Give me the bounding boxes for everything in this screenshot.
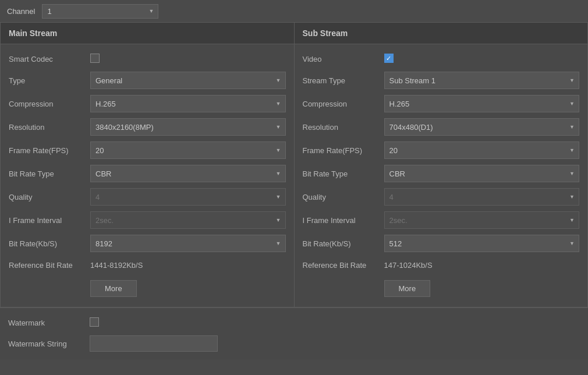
- main-compression-select-wrapper[interactable]: H.265 H.264: [90, 95, 286, 112]
- channel-label: Channel: [7, 7, 35, 16]
- stream-type-label: Stream Type: [303, 76, 384, 85]
- video-label: Video: [303, 55, 384, 63]
- stream-type-select[interactable]: Sub Stream 1 Sub Stream 2: [384, 72, 580, 89]
- sub-resolution-value: 704x480(D1) 352x240 640x480: [384, 118, 580, 136]
- sub-quality-row: Quality 4: [295, 185, 588, 208]
- main-i-frame-select-wrapper[interactable]: 2sec.: [90, 211, 286, 229]
- sub-bit-rate-type-label: Bit Rate Type: [303, 169, 384, 178]
- main-quality-value: 4: [90, 188, 286, 206]
- main-bit-rate-label: Bit Rate(Kb/S): [9, 239, 90, 248]
- sub-frame-rate-value: 20 15 10 5: [384, 141, 580, 159]
- smart-codec-row: Smart Codec: [1, 49, 294, 69]
- main-bit-rate-type-select-wrapper[interactable]: CBR VBR: [90, 165, 286, 182]
- sub-frame-rate-select[interactable]: 20 15 10 5: [384, 141, 580, 159]
- sub-bit-rate-select[interactable]: 512 256 1024: [384, 235, 580, 252]
- main-stream-content: Smart Codec Type General MD Alarm: [1, 44, 294, 307]
- main-compression-label: Compression: [9, 100, 90, 108]
- video-checkbox[interactable]: [384, 54, 394, 63]
- main-frame-rate-row: Frame Rate(FPS) 20 15 10 5: [1, 139, 294, 162]
- main-resolution-value: 3840x2160(8MP) 1920x1080 1280x720: [90, 118, 286, 136]
- smart-codec-checkbox[interactable]: [90, 54, 100, 63]
- sub-compression-select-wrapper[interactable]: H.265 H.264: [384, 95, 580, 112]
- sub-bit-rate-type-value: CBR VBR: [384, 165, 580, 182]
- main-ref-bit-rate-label: Reference Bit Rate: [9, 261, 90, 270]
- sub-bit-rate-type-select[interactable]: CBR VBR: [384, 165, 580, 182]
- type-value: General MD Alarm: [90, 72, 286, 89]
- main-compression-value: H.265 H.264: [90, 95, 286, 112]
- main-i-frame-select[interactable]: 2sec.: [90, 211, 286, 229]
- main-frame-rate-value: 20 15 10 5: [90, 141, 286, 159]
- video-row: Video: [295, 49, 588, 69]
- main-stream-panel: Main Stream Smart Codec Type General MD: [1, 23, 295, 307]
- sub-ref-bit-rate-text: 147-1024Kb/S: [384, 261, 433, 270]
- sub-resolution-select[interactable]: 704x480(D1) 352x240 640x480: [384, 118, 580, 136]
- sub-bit-rate-row: Bit Rate(Kb/S) 512 256 1024: [295, 232, 588, 255]
- video-value: [384, 54, 580, 65]
- sub-quality-label: Quality: [303, 193, 384, 201]
- sub-compression-row: Compression H.265 H.264: [295, 92, 588, 115]
- main-frame-rate-select-wrapper[interactable]: 20 15 10 5: [90, 141, 286, 159]
- sub-ref-bit-rate-label: Reference Bit Rate: [303, 261, 384, 270]
- sub-quality-value: 4: [384, 188, 580, 206]
- sub-stream-content: Video Stream Type Sub Stream 1 Sub Strea…: [295, 44, 588, 307]
- sub-i-frame-value: 2sec.: [384, 211, 580, 229]
- main-resolution-select[interactable]: 3840x2160(8MP) 1920x1080 1280x720: [90, 118, 286, 136]
- main-quality-select-wrapper[interactable]: 4: [90, 188, 286, 206]
- main-quality-select[interactable]: 4: [90, 188, 286, 206]
- sub-i-frame-select[interactable]: 2sec.: [384, 211, 580, 229]
- sub-frame-rate-select-wrapper[interactable]: 20 15 10 5: [384, 141, 580, 159]
- sub-frame-rate-row: Frame Rate(FPS) 20 15 10 5: [295, 139, 588, 162]
- main-bit-rate-type-label: Bit Rate Type: [9, 169, 90, 178]
- main-frame-rate-label: Frame Rate(FPS): [9, 146, 90, 155]
- watermark-label: Watermark: [8, 319, 90, 327]
- main-bit-rate-type-row: Bit Rate Type CBR VBR: [1, 162, 294, 185]
- main-quality-row: Quality 4: [1, 185, 294, 208]
- main-resolution-select-wrapper[interactable]: 3840x2160(8MP) 1920x1080 1280x720: [90, 118, 286, 136]
- main-i-frame-label: I Frame Interval: [9, 216, 90, 225]
- watermark-string-row: Watermark String: [0, 332, 588, 355]
- stream-type-row: Stream Type Sub Stream 1 Sub Stream 2: [295, 69, 588, 92]
- main-bit-rate-row: Bit Rate(Kb/S) 8192 4096 2048: [1, 232, 294, 255]
- streams-container: Main Stream Smart Codec Type General MD: [0, 22, 588, 307]
- main-ref-bit-rate-value: 1441-8192Kb/S: [90, 261, 286, 270]
- sub-quality-select-wrapper[interactable]: 4: [384, 188, 580, 206]
- type-select[interactable]: General MD Alarm: [90, 72, 286, 89]
- main-bit-rate-select[interactable]: 8192 4096 2048: [90, 235, 286, 252]
- watermark-string-value: [90, 335, 580, 352]
- main-bit-rate-value: 8192 4096 2048: [90, 235, 286, 252]
- main-more-row: More: [1, 275, 294, 302]
- main-resolution-label: Resolution: [9, 123, 90, 132]
- main-ref-bit-rate-row: Reference Bit Rate 1441-8192Kb/S: [1, 255, 294, 275]
- watermark-row: Watermark: [0, 313, 588, 332]
- sub-bit-rate-select-wrapper[interactable]: 512 256 1024: [384, 235, 580, 252]
- main-stream-header: Main Stream: [1, 23, 294, 44]
- main-bit-rate-select-wrapper[interactable]: 8192 4096 2048: [90, 235, 286, 252]
- main-more-button[interactable]: More: [90, 280, 137, 297]
- channel-select[interactable]: 1 2 3 4: [42, 4, 158, 19]
- sub-bit-rate-label: Bit Rate(Kb/S): [303, 239, 384, 248]
- sub-ref-bit-rate-row: Reference Bit Rate 147-1024Kb/S: [295, 255, 588, 275]
- main-ref-bit-rate-text: 1441-8192Kb/S: [90, 261, 143, 270]
- sub-quality-select[interactable]: 4: [384, 188, 580, 206]
- main-frame-rate-select[interactable]: 20 15 10 5: [90, 141, 286, 159]
- sub-compression-select[interactable]: H.265 H.264: [384, 95, 580, 112]
- stream-type-select-wrapper[interactable]: Sub Stream 1 Sub Stream 2: [384, 72, 580, 89]
- sub-compression-value: H.265 H.264: [384, 95, 580, 112]
- type-select-wrapper[interactable]: General MD Alarm: [90, 72, 286, 89]
- main-compression-select[interactable]: H.265 H.264: [90, 95, 286, 112]
- main-i-frame-value: 2sec.: [90, 211, 286, 229]
- type-row: Type General MD Alarm: [1, 69, 294, 92]
- sub-bit-rate-type-select-wrapper[interactable]: CBR VBR: [384, 165, 580, 182]
- channel-select-wrapper[interactable]: 1 2 3 4: [42, 4, 158, 19]
- watermark-string-input[interactable]: [90, 335, 218, 352]
- watermark-checkbox[interactable]: [90, 317, 99, 327]
- sub-bit-rate-type-row: Bit Rate Type CBR VBR: [295, 162, 588, 185]
- sub-more-row: More: [295, 275, 588, 302]
- sub-resolution-select-wrapper[interactable]: 704x480(D1) 352x240 640x480: [384, 118, 580, 136]
- sub-more-button[interactable]: More: [384, 280, 431, 297]
- watermark-value: [90, 317, 580, 328]
- sub-i-frame-select-wrapper[interactable]: 2sec.: [384, 211, 580, 229]
- main-bit-rate-type-select[interactable]: CBR VBR: [90, 165, 286, 182]
- sub-compression-label: Compression: [303, 100, 384, 108]
- sub-resolution-label: Resolution: [303, 123, 384, 132]
